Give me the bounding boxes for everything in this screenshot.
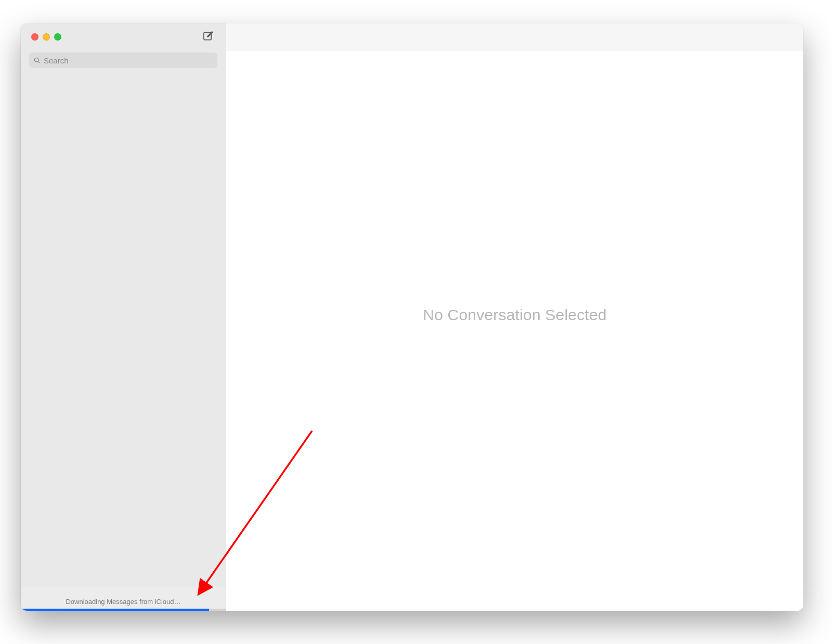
app-window: Downloading Messages from iCloud… No Con…	[21, 23, 803, 611]
svg-line-2	[38, 61, 40, 63]
window-close-button[interactable]	[31, 33, 38, 41]
sync-progress-track	[21, 609, 226, 611]
compose-icon	[202, 30, 214, 44]
sidebar-titlebar	[21, 23, 226, 50]
sidebar: Downloading Messages from iCloud…	[21, 23, 226, 611]
main-pane: No Conversation Selected	[226, 23, 803, 611]
search-wrapper	[21, 50, 226, 73]
conversation-list	[21, 73, 226, 586]
window-traffic-lights	[31, 33, 61, 41]
sync-progress-fill	[21, 609, 209, 611]
search-icon	[33, 57, 41, 64]
main-titlebar	[226, 23, 803, 50]
window-fullscreen-button[interactable]	[54, 33, 61, 41]
sidebar-footer: Downloading Messages from iCloud…	[21, 586, 226, 611]
main-content: No Conversation Selected	[226, 50, 803, 611]
search-input[interactable]	[44, 56, 213, 65]
empty-state-text: No Conversation Selected	[423, 306, 606, 324]
search-field[interactable]	[29, 52, 217, 68]
window-minimize-button[interactable]	[43, 33, 50, 41]
compose-new-message-button[interactable]	[201, 30, 215, 44]
